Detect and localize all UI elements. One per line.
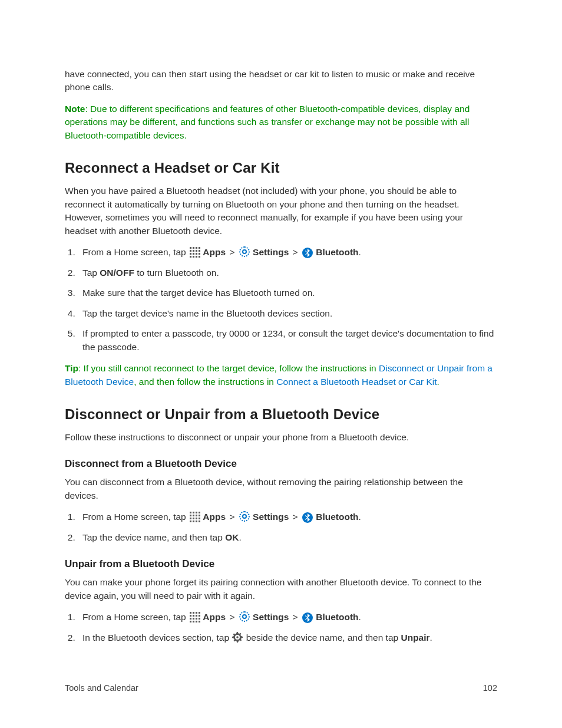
settings-icon <box>239 611 250 622</box>
list-item: Tap the target device's name in the Blue… <box>78 307 497 320</box>
bluetooth-icon <box>302 248 313 258</box>
text: . <box>437 377 439 387</box>
settings-icon <box>239 246 250 257</box>
paragraph: You can make your phone forget its pairi… <box>65 576 497 602</box>
apps-grid-icon <box>189 246 200 257</box>
ok-label: OK <box>225 532 239 542</box>
breadcrumb-separator: > <box>229 512 234 522</box>
gear-icon <box>232 632 243 643</box>
list-item: Tap the device name, and then tap OK. <box>78 531 497 544</box>
bluetooth-label: Bluetooth <box>316 612 358 622</box>
ordered-list: From a Home screen, tap Apps > Settings … <box>65 510 497 544</box>
document-page: have connected, you can then start using… <box>0 0 562 728</box>
paragraph-continuation: have connected, you can then start using… <box>65 68 497 94</box>
text: to turn Bluetooth on. <box>134 268 219 278</box>
list-item: If prompted to enter a passcode, try 000… <box>78 327 497 354</box>
text: Tap the device name, and then tap <box>82 532 225 542</box>
text: From a Home screen, tap <box>82 612 189 622</box>
text: : If you still cannot reconnect to the t… <box>78 363 379 373</box>
text: . <box>359 612 361 622</box>
apps-grid-icon <box>189 511 200 522</box>
text: , and then follow the instructions in <box>134 377 276 387</box>
apps-label: Apps <box>203 612 226 622</box>
subheading-unpair: Unpair from a Bluetooth Device <box>65 558 497 570</box>
text: . <box>239 532 241 542</box>
settings-label: Settings <box>253 512 289 522</box>
footer-section: Tools and Calendar <box>65 683 138 693</box>
ordered-list: From a Home screen, tap Apps > Settings … <box>65 246 497 354</box>
apps-label: Apps <box>203 512 226 522</box>
apps-label: Apps <box>203 247 226 257</box>
subheading-disconnect: Disconnect from a Bluetooth Device <box>65 458 497 470</box>
text: . <box>430 633 432 643</box>
settings-label: Settings <box>253 247 289 257</box>
settings-label: Settings <box>253 612 289 622</box>
settings-icon <box>239 511 250 522</box>
paragraph: When you have paired a Bluetooth headset… <box>65 185 497 238</box>
heading-reconnect: Reconnect a Headset or Car Kit <box>65 160 497 176</box>
apps-grid-icon <box>189 611 200 622</box>
paragraph: You can disconnect from a Bluetooth devi… <box>65 476 497 502</box>
list-item: From a Home screen, tap Apps > Settings … <box>78 246 497 259</box>
note-callout: Note: Due to different specifications an… <box>65 103 497 142</box>
text: Tap <box>82 268 100 278</box>
page-footer: Tools and Calendar 102 <box>65 683 497 693</box>
text: . <box>359 247 361 257</box>
unpair-label: Unpair <box>401 633 429 643</box>
bluetooth-label: Bluetooth <box>316 247 358 257</box>
bluetooth-icon <box>302 612 313 623</box>
note-label: Note <box>65 104 85 114</box>
link-connect-headset[interactable]: Connect a Bluetooth Headset or Car Kit <box>276 377 437 387</box>
text: From a Home screen, tap <box>82 512 189 522</box>
bluetooth-icon <box>302 512 313 523</box>
text: beside the device name, and then tap <box>243 633 401 643</box>
onoff-label: ON/OFF <box>100 268 134 278</box>
breadcrumb-separator: > <box>293 512 298 522</box>
tip-label: Tip <box>65 363 78 373</box>
breadcrumb-separator: > <box>293 247 298 257</box>
list-item: Tap ON/OFF to turn Bluetooth on. <box>78 266 497 279</box>
breadcrumb-separator: > <box>229 612 234 622</box>
heading-disconnect-unpair: Disconnect or Unpair from a Bluetooth De… <box>65 406 497 423</box>
breadcrumb-separator: > <box>293 612 298 622</box>
ordered-list: From a Home screen, tap Apps > Settings … <box>65 611 497 644</box>
tip-callout: Tip: If you still cannot reconnect to th… <box>65 362 497 388</box>
bluetooth-label: Bluetooth <box>316 512 358 522</box>
list-item: From a Home screen, tap Apps > Settings … <box>78 611 497 624</box>
list-item: In the Bluetooth devices section, tap be… <box>78 631 497 644</box>
list-item: From a Home screen, tap Apps > Settings … <box>78 510 497 523</box>
breadcrumb-separator: > <box>229 247 234 257</box>
paragraph: Follow these instructions to disconnect … <box>65 431 497 444</box>
text: From a Home screen, tap <box>82 247 189 257</box>
note-text: : Due to different specifications and fe… <box>65 104 470 140</box>
text: . <box>359 512 361 522</box>
page-number: 102 <box>483 683 497 693</box>
list-item: Make sure that the target device has Blu… <box>78 286 497 299</box>
text: In the Bluetooth devices section, tap <box>82 633 232 643</box>
